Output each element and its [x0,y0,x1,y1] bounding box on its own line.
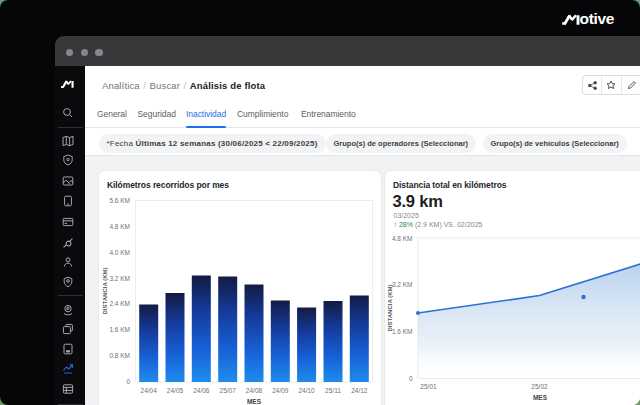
svg-text:0.8 KM: 0.8 KM [109,352,130,359]
svg-text:25/11: 25/11 [325,387,341,394]
svg-text:1.6 KM: 1.6 KM [391,327,412,334]
svg-text:25/07: 25/07 [219,387,236,394]
svg-text:DISTANCIA (KM): DISTANCIA (KM) [387,284,393,331]
svg-text:0: 0 [408,374,412,381]
svg-text:24/12: 24/12 [351,387,368,394]
svg-text:5.6 KM: 5.6 KM [109,197,130,204]
svg-text:4.8 KM: 4.8 KM [109,222,130,229]
svg-text:3.2 KM: 3.2 KM [391,281,412,288]
svg-text:25/02: 25/02 [531,382,548,389]
svg-text:3.2 KM: 3.2 KM [109,274,130,281]
svg-text:24/04: 24/04 [140,387,157,394]
svg-text:4.8 KM: 4.8 KM [391,234,412,241]
svg-text:MES: MES [246,397,261,404]
svg-text:24/08: 24/08 [245,387,262,394]
svg-text:2.4 KM: 2.4 KM [109,300,130,307]
svg-text:24/09: 24/09 [272,387,289,394]
svg-text:25/01: 25/01 [420,382,437,389]
svg-text:24/06: 24/06 [193,387,210,394]
svg-text:1.6 KM: 1.6 KM [109,326,130,333]
svg-text:4.0 KM: 4.0 KM [109,248,130,255]
svg-text:DISTANCIA (KM): DISTANCIA (KM) [102,267,108,314]
svg-text:0: 0 [126,378,130,385]
svg-text:24/10: 24/10 [298,387,315,394]
svg-text:MES: MES [532,394,547,401]
svg-text:24/05: 24/05 [166,387,183,394]
